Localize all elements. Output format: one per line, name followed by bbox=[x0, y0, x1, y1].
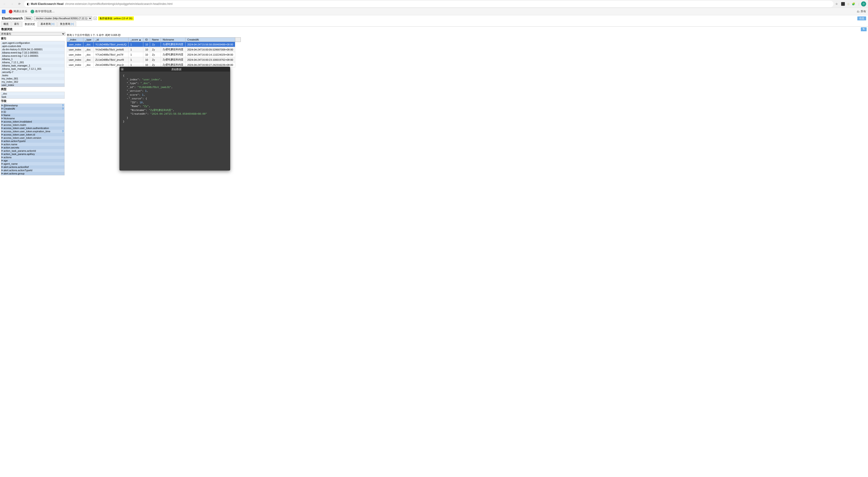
column-header[interactable]: _type bbox=[83, 37, 93, 42]
column-header[interactable]: _id bbox=[93, 37, 128, 42]
ext-icon-2[interactable]: ◎ bbox=[847, 2, 849, 5]
type-item[interactable]: task bbox=[1, 95, 64, 98]
type-item[interactable]: _doc bbox=[1, 92, 64, 95]
field-item[interactable]: Name bbox=[1, 114, 64, 117]
field-item[interactable]: actions bbox=[1, 156, 64, 159]
table-row[interactable]: user_index_docZLUeD48BsTBsV_jmurI9110ZyZ… bbox=[67, 57, 241, 62]
help-icon[interactable]: ? bbox=[62, 104, 64, 107]
column-header[interactable]: _index bbox=[67, 37, 83, 42]
expand-triangle-icon[interactable] bbox=[2, 140, 3, 142]
expand-triangle-icon[interactable] bbox=[2, 121, 3, 123]
bookmark-wangyi[interactable]: 网易云音乐 bbox=[9, 9, 27, 13]
help-icon[interactable]: ? bbox=[62, 107, 64, 110]
index-item[interactable]: .kibana_task_manager_7.12.1_001 bbox=[1, 67, 64, 70]
index-item[interactable]: .apm-custom-link bbox=[1, 44, 64, 48]
info-button[interactable]: 信息 bbox=[857, 17, 866, 20]
field-item[interactable]: age bbox=[1, 159, 64, 162]
tab-indices[interactable]: 索引 bbox=[11, 21, 22, 26]
expand-triangle-icon[interactable] bbox=[2, 166, 3, 168]
index-item[interactable]: user_index bbox=[1, 83, 64, 87]
field-item[interactable]: action.secrets bbox=[1, 146, 64, 149]
index-item[interactable]: .apm-agent-configuration bbox=[1, 41, 64, 44]
expand-triangle-icon[interactable] bbox=[2, 114, 3, 116]
reload-button[interactable]: ⟳ bbox=[17, 1, 22, 7]
index-item[interactable]: .kibana_7.12.1_001 bbox=[1, 61, 64, 64]
expand-triangle-icon[interactable] bbox=[2, 130, 3, 132]
expand-triangle-icon[interactable] bbox=[2, 134, 3, 136]
close-icon[interactable]: ✕ bbox=[121, 68, 124, 71]
index-item[interactable]: .ds-ilm-history-5-2024.04.11-000001 bbox=[1, 48, 64, 51]
back-button[interactable]: ← bbox=[2, 1, 7, 7]
field-item[interactable]: action_task_params.actionId bbox=[1, 149, 64, 152]
index-item[interactable]: .kibana-event-log-7.12.1-000001 bbox=[1, 54, 64, 57]
column-header[interactable]: ID bbox=[143, 37, 150, 42]
expand-triangle-icon[interactable] bbox=[2, 169, 3, 171]
raw-data-popup[interactable]: ✕ 原始数据 { "_index": "user_index", "_type"… bbox=[120, 67, 230, 171]
index-item[interactable]: my_index_001 bbox=[1, 77, 64, 80]
field-item[interactable]: alert.actions.actionTypeId bbox=[1, 169, 64, 172]
tab-overview[interactable]: 概览 bbox=[1, 21, 11, 26]
index-item[interactable]: .kibana_1 bbox=[1, 57, 64, 61]
expand-triangle-icon[interactable] bbox=[2, 117, 3, 119]
field-item[interactable]: action_task_params.apiKey bbox=[1, 152, 64, 156]
all-indices-select[interactable]: 所有索引 bbox=[0, 32, 65, 36]
table-row[interactable]: user_index_docYLUbD48BsTBsV_jmmbJQ110ZyZ… bbox=[67, 42, 241, 47]
field-item[interactable]: access_token.user_token.authentication bbox=[1, 126, 64, 130]
field-item[interactable]: action.actionTypeId bbox=[1, 140, 64, 143]
field-item[interactable]: ID bbox=[1, 110, 64, 114]
expand-triangle-icon[interactable] bbox=[2, 156, 3, 158]
bookmark-jiaoxue[interactable]: 教学管理信息… bbox=[31, 9, 55, 13]
star-icon[interactable]: ☆ bbox=[835, 2, 838, 5]
popup-titlebar[interactable]: ✕ 原始数据 bbox=[120, 67, 230, 71]
field-item[interactable]: agent_name bbox=[1, 162, 64, 166]
field-item[interactable]: alert.actions.group bbox=[1, 172, 64, 175]
column-header[interactable]: _score ▲ bbox=[128, 37, 143, 42]
ext-icon-1[interactable] bbox=[841, 2, 845, 6]
column-header[interactable]: CreatedAt bbox=[185, 37, 235, 42]
expand-triangle-icon[interactable] bbox=[2, 163, 3, 165]
address-bar[interactable]: ◧ Multi Elasticsearch Head chrome-extens… bbox=[24, 1, 834, 7]
tab-browser[interactable]: 数据浏览 bbox=[22, 22, 37, 27]
field-item[interactable]: access_token.realm bbox=[1, 123, 64, 126]
expand-triangle-icon[interactable] bbox=[2, 127, 3, 129]
expand-triangle-icon[interactable] bbox=[2, 111, 3, 113]
expand-triangle-icon[interactable] bbox=[2, 159, 3, 161]
expand-triangle-icon[interactable] bbox=[2, 108, 3, 110]
field-item[interactable]: CreatedAt? bbox=[1, 107, 64, 110]
expand-triangle-icon[interactable] bbox=[2, 173, 3, 174]
field-item[interactable]: access_token.user_token.version bbox=[1, 136, 64, 140]
expand-triangle-icon[interactable] bbox=[2, 150, 3, 152]
cluster-select[interactable]: docker-cluster (http://localhost:9200/) … bbox=[34, 16, 92, 20]
index-item[interactable]: my_index_002 bbox=[1, 80, 64, 83]
help-icon[interactable]: ? bbox=[62, 130, 64, 133]
refresh-button[interactable]: ↻ bbox=[861, 27, 867, 31]
field-item[interactable]: Nickname bbox=[1, 117, 64, 120]
field-item[interactable]: access_token.user_token.id bbox=[1, 133, 64, 136]
bookmark-all-folder[interactable]: 🗀 所有 bbox=[857, 9, 866, 13]
expand-triangle-icon[interactable] bbox=[2, 143, 3, 145]
index-item[interactable]: .tasks bbox=[1, 74, 64, 77]
expand-triangle-icon[interactable] bbox=[2, 137, 3, 139]
expand-triangle-icon[interactable] bbox=[2, 105, 3, 106]
field-item[interactable]: access_token.invalidated bbox=[1, 120, 64, 123]
tab-compound-query[interactable]: 复合查询 [+] bbox=[57, 21, 76, 26]
column-header[interactable]: Name bbox=[150, 37, 161, 42]
forward-button[interactable]: → bbox=[9, 1, 15, 7]
field-item[interactable]: @timestamp? bbox=[1, 104, 64, 107]
new-cluster-button[interactable]: New bbox=[24, 17, 32, 20]
table-row[interactable]: user_index_docYrUeD48BsTBsV_jmhbl5110ZyZ… bbox=[67, 47, 241, 52]
field-item[interactable]: action.name bbox=[1, 143, 64, 146]
puzzle-icon[interactable]: 🧩 bbox=[852, 2, 855, 5]
field-item[interactable]: alert.actions.actionRef bbox=[1, 166, 64, 169]
bookmark-apps[interactable] bbox=[2, 10, 5, 13]
expand-triangle-icon[interactable] bbox=[2, 124, 3, 126]
expand-triangle-icon[interactable] bbox=[2, 153, 3, 155]
column-header[interactable]: Nickname bbox=[161, 37, 185, 42]
table-row[interactable]: user_index_docY7UeD48BsTBsV_jmI7If110ZyZ… bbox=[67, 52, 241, 57]
expand-triangle-icon[interactable] bbox=[2, 147, 3, 149]
index-item[interactable]: .kibana_task_manager_1 bbox=[1, 64, 64, 67]
index-item[interactable]: .kibana-event-log-7.10.1-000001 bbox=[1, 51, 64, 54]
collapse-button[interactable]: - bbox=[94, 17, 97, 20]
index-item[interactable]: .security-7 bbox=[1, 70, 64, 74]
tab-basic-query[interactable]: 基本查询 [+] bbox=[38, 21, 57, 26]
